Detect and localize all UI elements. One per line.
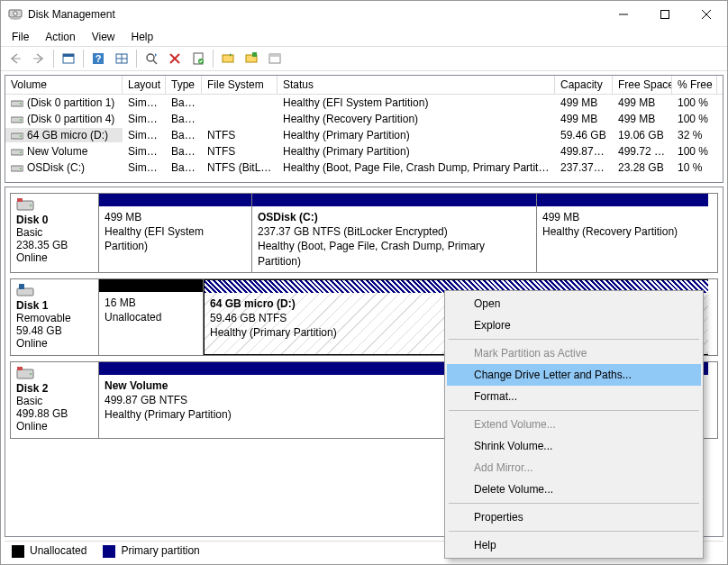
context-menu-item[interactable]: Properties: [447, 506, 701, 528]
context-menu-item: Extend Volume...: [447, 414, 701, 435]
svg-point-14: [147, 54, 154, 61]
toolbar: ?: [1, 46, 727, 71]
menu-view[interactable]: View: [85, 29, 123, 45]
header-filesystem[interactable]: File System: [202, 76, 278, 94]
menu-action[interactable]: Action: [38, 29, 82, 45]
volume-row[interactable]: 64 GB micro (D:)SimpleBasicNTFSHealthy (…: [5, 127, 723, 143]
toolbar-separator: [213, 50, 214, 68]
toolbar-separator: [83, 50, 84, 68]
volume-row[interactable]: (Disk 0 partition 4)SimpleBasicHealthy (…: [5, 111, 723, 127]
context-menu-item: Add Mirror...: [447, 457, 701, 478]
help-button[interactable]: ?: [87, 48, 109, 69]
svg-point-34: [20, 168, 22, 169]
volume-row[interactable]: (Disk 0 partition 1)SimpleBasicHealthy (…: [5, 95, 723, 111]
disk-size: 238.35 GB: [16, 239, 93, 251]
menu-help[interactable]: Help: [124, 29, 161, 45]
legend-unallocated: Unallocated: [12, 544, 86, 558]
disk-state: Online: [16, 251, 93, 264]
svg-rect-4: [661, 11, 669, 19]
svg-rect-22: [252, 52, 257, 57]
context-menu-separator: [449, 410, 699, 411]
partition[interactable]: 499 MBHealthy (Recovery Partition): [537, 194, 708, 272]
disk-icon: [16, 283, 36, 297]
disk-icon: [16, 366, 36, 380]
header-volume[interactable]: Volume: [5, 76, 123, 94]
disk-row: Disk 0Basic238.35 GBOnline499 MBHealthy …: [10, 193, 718, 273]
refresh-button[interactable]: [141, 48, 162, 69]
action-button-1[interactable]: [217, 48, 239, 69]
header-free[interactable]: Free Space: [613, 76, 672, 94]
context-menu-item[interactable]: Change Drive Letter and Paths...: [447, 364, 701, 386]
context-menu-item[interactable]: Format...: [447, 386, 701, 407]
svg-rect-8: [63, 54, 74, 57]
svg-point-32: [20, 151, 22, 153]
volume-list-header: Volume Layout Type File System Status Ca…: [5, 76, 723, 95]
disk-name: Disk 1: [16, 299, 93, 312]
context-menu-separator: [449, 531, 699, 532]
context-menu-item[interactable]: Shrink Volume...: [447, 435, 701, 457]
show-hide-console-button[interactable]: [58, 48, 79, 69]
title-bar: Disk Management: [1, 1, 727, 28]
menu-bar: File Action View Help: [1, 28, 727, 46]
header-status[interactable]: Status: [278, 76, 555, 94]
disk-state: Online: [16, 420, 93, 433]
partition[interactable]: 16 MBUnallocated: [99, 279, 204, 355]
window-buttons: [603, 1, 727, 28]
maximize-button[interactable]: [644, 1, 686, 28]
drive-icon: [11, 147, 23, 156]
svg-line-15: [153, 60, 157, 64]
toolbar-separator: [53, 50, 54, 68]
drive-icon: [11, 114, 23, 123]
action-button-3[interactable]: [264, 48, 286, 69]
volume-row[interactable]: New VolumeSimpleBasicNTFSHealthy (Primar…: [5, 143, 723, 159]
disk-kind: Basic: [16, 226, 93, 239]
partition[interactable]: OSDisk (C:)237.37 GB NTFS (BitLocker Enc…: [252, 194, 537, 272]
svg-point-28: [20, 119, 22, 121]
svg-point-30: [20, 135, 22, 137]
menu-file[interactable]: File: [5, 29, 36, 45]
context-menu-separator: [449, 503, 699, 504]
disk-info[interactable]: Disk 0Basic238.35 GBOnline: [11, 194, 99, 272]
delete-button[interactable]: [164, 48, 186, 69]
svg-rect-42: [17, 367, 23, 370]
action-button-2[interactable]: [241, 48, 262, 69]
disk-icon: [16, 197, 36, 212]
close-button[interactable]: [686, 1, 727, 28]
legend-primary-partition: Primary partition: [103, 544, 199, 558]
context-menu-item[interactable]: Explore: [447, 314, 701, 336]
minimize-button[interactable]: [603, 1, 644, 28]
volume-list-body: (Disk 0 partition 1)SimpleBasicHealthy (…: [5, 95, 723, 176]
settings-button[interactable]: [111, 48, 132, 69]
partition[interactable]: 499 MBHealthy (EFI System Partition): [99, 194, 252, 272]
svg-rect-37: [17, 198, 23, 202]
svg-rect-24: [269, 54, 280, 57]
disk-size: 59.48 GB: [16, 324, 93, 337]
disk-kind: Removable: [16, 312, 93, 324]
context-menu-item[interactable]: Open: [447, 293, 701, 314]
volume-list[interactable]: Volume Layout Type File System Status Ca…: [5, 75, 723, 183]
toolbar-separator: [136, 50, 137, 68]
header-capacity[interactable]: Capacity: [555, 76, 613, 94]
svg-text:?: ?: [96, 53, 102, 64]
svg-point-2: [14, 12, 17, 15]
back-button[interactable]: [5, 48, 26, 69]
header-type[interactable]: Type: [166, 76, 202, 94]
svg-point-41: [30, 373, 32, 375]
context-menu[interactable]: OpenExploreMark Partition as ActiveChang…: [444, 290, 704, 559]
volume-row[interactable]: OSDisk (C:)SimpleBasicNTFS (BitLo...Heal…: [5, 159, 723, 176]
drive-icon: [11, 131, 23, 140]
context-menu-item[interactable]: Help: [447, 534, 701, 556]
header-pctfree[interactable]: % Free: [672, 76, 717, 94]
app-icon: [8, 7, 23, 22]
context-menu-item[interactable]: Delete Volume...: [447, 478, 701, 500]
disk-info[interactable]: Disk 2Basic499.88 GBOnline: [11, 362, 99, 438]
svg-rect-38: [17, 288, 33, 296]
disk-info[interactable]: Disk 1Removable59.48 GBOnline: [11, 279, 99, 355]
disk-kind: Basic: [16, 395, 93, 407]
forward-button[interactable]: [28, 48, 50, 69]
window-title: Disk Management: [28, 8, 603, 21]
drive-icon: [11, 98, 23, 107]
header-layout[interactable]: Layout: [123, 76, 166, 94]
svg-point-36: [30, 205, 32, 206]
properties-button[interactable]: [187, 48, 209, 69]
